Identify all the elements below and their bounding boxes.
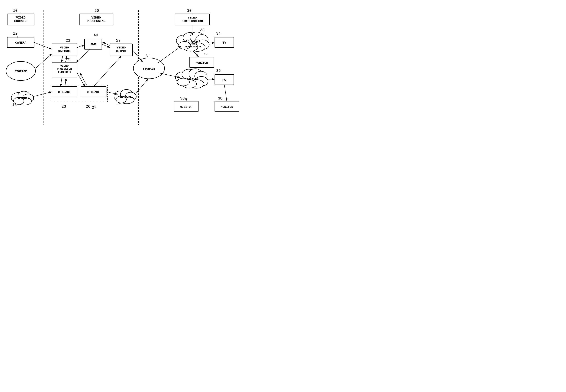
video-distribution-label: VIDEO xyxy=(188,16,197,19)
ref-36: 36 xyxy=(216,69,221,73)
diagram: 10 12 14 16 20 21 40 25 23 26 29 31 16' … xyxy=(0,0,283,196)
svg-text:SATELLITE: SATELLITE xyxy=(186,40,200,42)
ref-31: 31 xyxy=(145,54,150,58)
ref-21: 21 xyxy=(66,38,70,43)
ref-26: 26 xyxy=(86,105,90,109)
svg-text:SOURCES: SOURCES xyxy=(14,19,27,23)
svg-text:NETWORK: NETWORK xyxy=(17,97,29,100)
svg-text:TERRESTRIAL: TERRESTRIAL xyxy=(185,45,202,48)
svg-text:DISTRIBUTION: DISTRIBUTION xyxy=(182,20,203,23)
video-processor-label: VIDEO xyxy=(60,64,69,68)
pc-label: PC xyxy=(222,78,226,82)
video-processing-label: VIDEO xyxy=(91,16,101,19)
video-capture-label: VIDEO xyxy=(60,46,69,49)
svg-text:CABLE: CABLE xyxy=(189,42,197,45)
storage-23-label: STORAGE xyxy=(58,91,71,94)
storage-26-label: STORAGE xyxy=(87,91,100,94)
storage-14-label: STORAGE xyxy=(15,70,27,73)
storage-31-label: STORAGE xyxy=(143,67,155,70)
svg-text:CAPTURE: CAPTURE xyxy=(58,50,71,53)
monitor-38a-label: MONITOR xyxy=(196,61,208,65)
svg-rect-2 xyxy=(0,0,283,196)
ref-40: 40 xyxy=(94,33,98,38)
svg-text:INTERNET: INTERNET xyxy=(185,78,199,81)
ref-12: 12 xyxy=(13,31,17,36)
ref-10: 10 xyxy=(13,9,17,13)
tv-label: TV xyxy=(222,41,226,44)
monitor-38c-label: MONITOR xyxy=(221,105,233,109)
svg-text:(EDITOR): (EDITOR) xyxy=(58,70,71,74)
ref-27: 27 xyxy=(92,106,96,110)
video-output-label: VIDEO xyxy=(117,46,126,49)
monitor-38b-label: MONITOR xyxy=(180,105,192,109)
ref-38c: 38 xyxy=(218,96,222,101)
ref-29: 29 xyxy=(116,38,120,43)
swm-label: SWM xyxy=(90,43,96,46)
ref-33: 33 xyxy=(200,28,204,32)
ref-30: 30 xyxy=(187,9,191,13)
camera-label: CAMERA xyxy=(15,41,27,44)
ref-38a: 38 xyxy=(204,52,208,56)
svg-text:OUTPUT: OUTPUT xyxy=(116,50,126,53)
svg-text:PROCESSOR: PROCESSOR xyxy=(57,68,72,70)
ref-20: 20 xyxy=(94,9,99,13)
video-sources-label: VIDEO xyxy=(16,16,26,19)
svg-text:PROCESSING: PROCESSING xyxy=(87,19,105,23)
ref-34: 34 xyxy=(216,31,221,36)
ref-23: 23 xyxy=(61,105,66,109)
svg-text:NETWORK: NETWORK xyxy=(120,95,132,98)
ref-38b: 38 xyxy=(180,96,185,101)
